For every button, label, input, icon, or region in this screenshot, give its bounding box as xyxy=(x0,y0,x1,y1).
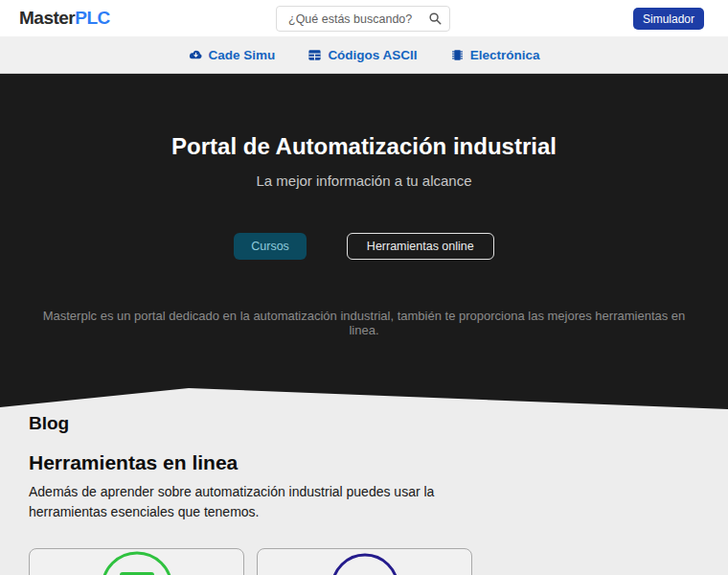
hero-buttons: Cursos Herramientas online xyxy=(0,233,728,260)
tool-cards-row xyxy=(29,548,472,575)
chip-icon xyxy=(450,48,465,62)
logo-text-plc: PLC xyxy=(75,8,110,28)
green-circle-tool-icon xyxy=(89,549,185,575)
search-input[interactable] xyxy=(276,6,450,32)
nav-label: Electrónica xyxy=(470,48,540,62)
nav-label: Cade Simu xyxy=(209,48,276,62)
nav-item-codigos-ascii[interactable]: Códigos ASCII xyxy=(307,48,417,62)
tool-card-green[interactable] xyxy=(29,548,244,575)
nav-item-cade-simu[interactable]: Cade Simu xyxy=(189,48,276,62)
herramientas-description: Además de aprender sobre automatización … xyxy=(29,482,479,522)
logo-text-master: Master xyxy=(19,8,75,28)
mountain-divider xyxy=(0,388,728,413)
hero-subtitle: La mejor información a tu alcance xyxy=(0,172,728,189)
nav-item-electronica[interactable]: Electrónica xyxy=(450,48,540,62)
herramientas-heading: Herramientas en linea xyxy=(29,451,238,474)
cloud-download-icon xyxy=(189,48,203,62)
blog-section: Blog Herramientas en linea Además de apr… xyxy=(0,412,728,575)
simulador-button[interactable]: Simulador xyxy=(633,8,704,30)
search-icon[interactable] xyxy=(428,12,443,26)
blog-heading: Blog xyxy=(29,413,69,434)
tool-card-navy[interactable] xyxy=(257,548,472,575)
hero-description: Masterplc es un portal dedicado en la au… xyxy=(29,309,699,337)
page: MasterPLC Simulador Cade Simu xyxy=(0,0,728,575)
site-logo[interactable]: MasterPLC xyxy=(19,8,110,29)
herramientas-online-button[interactable]: Herramientas online xyxy=(347,233,494,260)
table-icon xyxy=(307,48,322,62)
navy-circle-tool-icon xyxy=(317,549,413,575)
search-bar xyxy=(276,6,450,32)
main-nav: Cade Simu Códigos ASCII Electróni xyxy=(0,36,728,74)
hero-title: Portal de Automatización industrial xyxy=(0,133,728,160)
hero-section: Portal de Automatización industrial La m… xyxy=(0,74,728,412)
cursos-button[interactable]: Cursos xyxy=(234,233,307,260)
top-header: MasterPLC Simulador xyxy=(0,0,728,36)
nav-label: Códigos ASCII xyxy=(328,48,417,62)
